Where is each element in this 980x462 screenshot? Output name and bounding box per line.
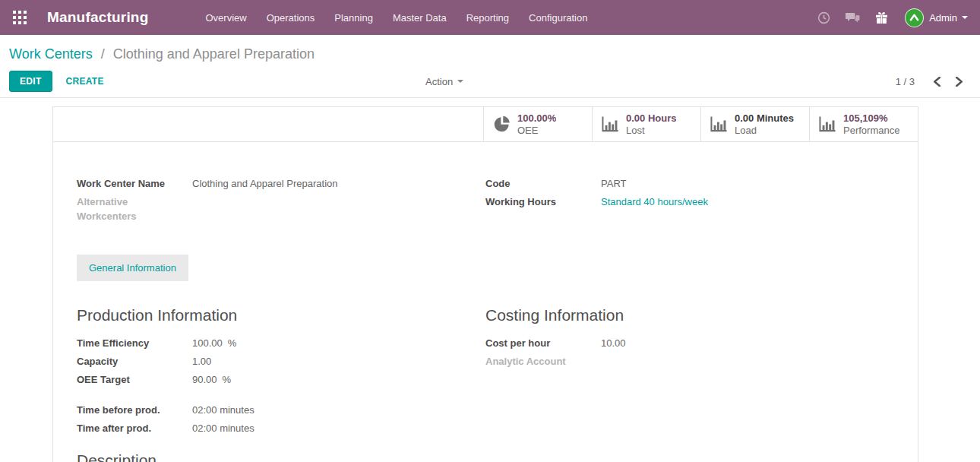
field-label: Time before prod. <box>77 403 192 417</box>
field-label: Cost per hour <box>485 336 601 350</box>
control-panel-buttons: EDIT CREATE Action 1 / 3 <box>0 65 980 97</box>
app-title[interactable]: Manufacturing <box>47 9 149 26</box>
field-label: Time Efficiency <box>77 336 192 350</box>
stat-button-performance[interactable]: 105,109% Performance <box>809 107 918 141</box>
pager-next-icon[interactable] <box>953 75 965 88</box>
field-label: Working Hours <box>485 195 601 209</box>
breadcrumb-current: Clothing and Apparel Preparation <box>113 46 315 62</box>
field-oee-target: OEE Target 90.00 % <box>77 372 485 387</box>
bar-chart-icon <box>710 115 728 133</box>
field-label: Work Center Name <box>77 176 192 191</box>
apps-grid-icon[interactable] <box>9 7 30 28</box>
stat-label-lost: Lost <box>626 125 676 137</box>
pager-counter[interactable]: 1 / 3 <box>896 76 915 87</box>
field-code: Code PART <box>485 176 894 191</box>
gift-icon[interactable] <box>875 11 888 24</box>
field-suffix: % <box>223 372 232 387</box>
action-dropdown-label: Action <box>425 76 453 87</box>
activities-clock-icon[interactable] <box>817 11 830 24</box>
menu-master-data[interactable]: Master Data <box>383 6 457 30</box>
field-label: OEE Target <box>77 372 192 387</box>
user-avatar[interactable] <box>905 8 924 27</box>
field-value: 1.00 <box>192 354 211 369</box>
create-button[interactable]: CREATE <box>66 76 104 87</box>
field-label: Analytic Account <box>485 354 601 369</box>
stat-button-lost[interactable]: 0.00 Hours Lost <box>592 107 700 141</box>
field-label: Capacity <box>77 354 192 369</box>
tab-general-information[interactable]: General Information <box>77 255 188 281</box>
stat-value-performance: 105,109% <box>843 112 899 125</box>
edit-button[interactable]: EDIT <box>9 71 52 92</box>
field-work-center-name: Work Center Name Clothing and Apparel Pr… <box>77 176 485 191</box>
field-label: Alternative Workcenters <box>77 195 192 223</box>
field-value: 02:00 minutes <box>192 421 254 435</box>
working-hours-link[interactable]: Standard 40 hours/week <box>601 195 708 209</box>
field-value: PART <box>601 176 626 191</box>
form-sheet: 100.00% OEE 0.00 Hours Lost <box>52 106 918 462</box>
field-cost-per-hour: Cost per hour 10.00 <box>485 336 894 350</box>
field-suffix: % <box>228 336 237 350</box>
menu-reporting[interactable]: Reporting <box>457 6 519 30</box>
stat-value-oee: 100.00% <box>517 112 556 125</box>
notebook-tabs: General Information <box>77 255 894 281</box>
menu-configuration[interactable]: Configuration <box>519 6 597 30</box>
stat-value-load: 0.00 Minutes <box>735 112 794 125</box>
statusbar: 100.00% OEE 0.00 Hours Lost <box>53 107 918 142</box>
navbar-systray: Admin <box>802 8 968 27</box>
breadcrumb: Work Centers / Clothing and Apparel Prep… <box>0 35 980 65</box>
field-value: 90.00 <box>192 372 217 387</box>
stat-button-load[interactable]: 0.00 Minutes Load <box>700 107 809 141</box>
description-title: Description <box>77 451 485 462</box>
pager-previous-icon[interactable] <box>931 75 943 88</box>
form-body: Work Center Name Clothing and Apparel Pr… <box>53 142 918 462</box>
bar-chart-icon <box>602 115 619 133</box>
field-time-after-prod: Time after prod. 02:00 minutes <box>77 421 485 435</box>
action-dropdown[interactable]: Action <box>425 76 463 87</box>
user-menu[interactable]: Admin <box>929 12 968 24</box>
production-information-title: Production Information <box>77 306 485 324</box>
stat-button-oee[interactable]: 100.00% OEE <box>483 107 592 141</box>
field-value: Clothing and Apparel Preparation <box>192 176 338 191</box>
field-label: Code <box>485 176 601 191</box>
menu-operations[interactable]: Operations <box>257 6 325 30</box>
field-working-hours: Working Hours Standard 40 hours/week <box>485 195 894 209</box>
top-fields: Work Center Name Clothing and Apparel Pr… <box>77 176 894 227</box>
costing-information-title: Costing Information <box>485 306 894 324</box>
menu-planning[interactable]: Planning <box>324 6 383 30</box>
breadcrumb-work-centers[interactable]: Work Centers <box>9 46 93 62</box>
timing-fields: Time before prod. 02:00 minutes Time aft… <box>77 403 485 435</box>
field-analytic-account: Analytic Account <box>485 354 894 369</box>
bar-chart-icon <box>819 115 836 133</box>
control-panel: Work Centers / Clothing and Apparel Prep… <box>0 35 980 98</box>
menu-overview[interactable]: Overview <box>196 6 257 30</box>
notebook-page: Production Information Time Efficiency 1… <box>77 306 894 462</box>
breadcrumb-separator: / <box>101 46 105 62</box>
stat-value-lost: 0.00 Hours <box>626 112 676 125</box>
pie-chart-icon <box>493 115 511 133</box>
field-value: 100.00 <box>192 336 223 350</box>
field-time-efficiency: Time Efficiency 100.00 % <box>77 336 485 350</box>
pager: 1 / 3 <box>896 75 965 88</box>
user-menu-label: Admin <box>929 12 957 24</box>
field-label: Time after prod. <box>77 421 192 435</box>
messages-icon[interactable] <box>846 11 860 24</box>
stat-label-performance: Performance <box>843 125 899 137</box>
field-alternative-workcenters: Alternative Workcenters <box>77 195 485 223</box>
field-time-before-prod: Time before prod. 02:00 minutes <box>77 403 485 417</box>
stat-label-load: Load <box>735 125 794 137</box>
content-area: 100.00% OEE 0.00 Hours Lost <box>0 106 980 462</box>
field-capacity: Capacity 1.00 <box>77 354 485 369</box>
chevron-down-icon <box>457 80 463 83</box>
stat-label-oee: OEE <box>517 125 556 137</box>
app-menu: Overview Operations Planning Master Data… <box>196 6 598 30</box>
chevron-down-icon <box>962 16 968 19</box>
field-value: 10.00 <box>601 336 626 350</box>
top-navbar: Manufacturing Overview Operations Planni… <box>0 0 980 35</box>
field-value: 02:00 minutes <box>192 403 254 417</box>
